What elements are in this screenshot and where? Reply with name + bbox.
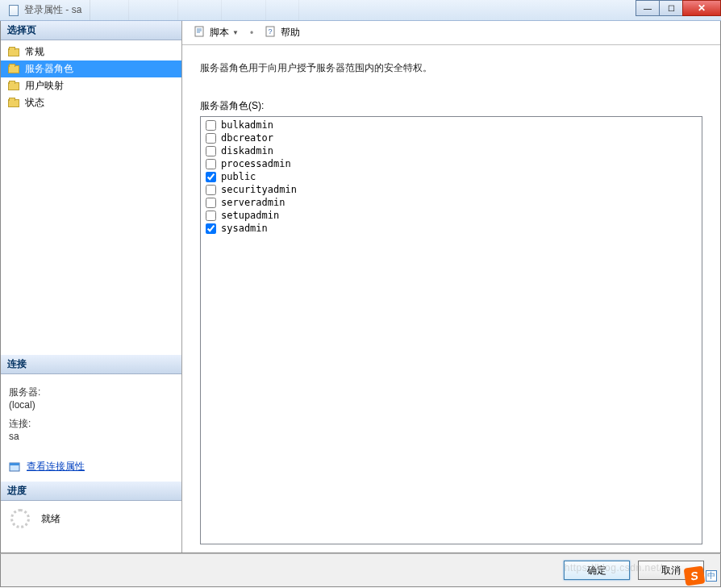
role-row[interactable]: sysadmin: [202, 222, 700, 235]
sidebar-page-item[interactable]: 服务器角色: [1, 60, 181, 77]
role-name: setupadmin: [221, 210, 279, 221]
role-name: public: [221, 171, 256, 182]
progress-block: 就绪: [1, 501, 181, 536]
role-name: dbcreator: [221, 132, 273, 144]
role-row[interactable]: serveradmin: [202, 196, 700, 209]
help-button[interactable]: ? 帮助: [261, 23, 303, 42]
progress-status: 就绪: [41, 512, 60, 526]
page-label: 用户映射: [25, 79, 64, 93]
role-checkbox[interactable]: [206, 211, 216, 221]
connection-info: 服务器: (local) 连接: sa 查看连接属性: [1, 374, 181, 482]
window-title: 登录属性 - sa: [24, 3, 81, 17]
maximize-button[interactable]: ☐: [659, 0, 683, 16]
role-checkbox[interactable]: [206, 198, 216, 208]
role-name: bulkadmin: [221, 119, 273, 131]
dialog-window: 登录属性 - sa — ☐ ✕ 选择页 常规服务器角色用户映射状态 连接: [0, 0, 721, 588]
page-label: 常规: [25, 45, 44, 59]
description-text: 服务器角色用于向用户授予服务器范围内的安全特权。: [200, 61, 702, 75]
script-button[interactable]: 脚本 ▼: [190, 23, 242, 42]
server-value: (local): [9, 399, 173, 411]
role-name: diskadmin: [221, 145, 273, 156]
page-label: 状态: [25, 96, 44, 110]
role-checkbox[interactable]: [206, 159, 216, 169]
background-tab: [178, 0, 222, 20]
role-row[interactable]: setupadmin: [202, 209, 700, 222]
role-row[interactable]: bulkadmin: [202, 119, 700, 131]
ime-indicator: S 中: [685, 567, 717, 585]
page-label: 服务器角色: [25, 62, 73, 76]
sidebar-spacer: [1, 115, 181, 355]
help-label: 帮助: [281, 26, 300, 40]
sidebar-page-item[interactable]: 状态: [1, 94, 181, 111]
background-tab: [90, 0, 129, 20]
roles-label: 服务器角色(S):: [200, 99, 702, 113]
role-row[interactable]: public: [202, 170, 700, 183]
role-row[interactable]: dbcreator: [202, 131, 700, 144]
progress-spinner-icon: [10, 509, 30, 528]
page-icon: [7, 98, 20, 109]
window-controls: — ☐ ✕: [636, 0, 721, 16]
background-tab: [222, 0, 265, 20]
ime-lang-icon[interactable]: 中: [706, 570, 717, 582]
chevron-down-icon: ▼: [232, 29, 239, 36]
dialog-body: 选择页 常规服务器角色用户映射状态 连接 服务器: (local) 连接: sa…: [0, 21, 721, 553]
background-tab: [266, 0, 299, 20]
window-title-segment: 登录属性 - sa: [0, 0, 90, 20]
main-panel: 脚本 ▼ • ? 帮助 服务器角色用于向用户授予服务器范围内的安全特权。 服务器…: [182, 21, 720, 553]
page-icon: [7, 81, 20, 92]
titlebar: 登录属性 - sa — ☐ ✕: [0, 0, 721, 21]
page-list: 常规服务器角色用户映射状态: [1, 40, 181, 115]
dialog-footer: 确定 取消 https://blog.csdn.net/... S 中: [0, 553, 721, 587]
role-checkbox[interactable]: [206, 146, 216, 156]
role-checkbox[interactable]: [206, 223, 216, 234]
role-name: processadmin: [221, 158, 291, 169]
view-connection-props-label: 查看连接属性: [27, 460, 85, 473]
connection-value: sa: [9, 431, 173, 442]
role-checkbox[interactable]: [206, 120, 216, 131]
role-checkbox[interactable]: [206, 133, 216, 144]
server-label: 服务器:: [9, 386, 173, 399]
sidebar: 选择页 常规服务器角色用户映射状态 连接 服务器: (local) 连接: sa…: [1, 21, 182, 553]
background-tab: [129, 0, 178, 20]
role-row[interactable]: diskadmin: [202, 144, 700, 157]
connection-header: 连接: [1, 355, 181, 374]
sogou-ime-icon[interactable]: S: [684, 565, 706, 586]
script-label: 脚本: [210, 26, 229, 40]
role-row[interactable]: securityadmin: [202, 183, 700, 196]
role-name: serveradmin: [221, 197, 285, 208]
role-name: sysadmin: [221, 223, 268, 234]
sidebar-page-item[interactable]: 常规: [1, 44, 181, 60]
role-row[interactable]: processadmin: [202, 157, 700, 170]
role-checkbox[interactable]: [206, 185, 216, 195]
toolbar-separator: •: [247, 27, 256, 39]
page-icon: [7, 64, 20, 75]
server-roles-listbox[interactable]: bulkadmindbcreatordiskadminprocessadminp…: [200, 116, 702, 544]
script-icon: [194, 25, 206, 40]
close-button[interactable]: ✕: [682, 0, 721, 16]
page-icon: [7, 47, 20, 58]
properties-icon: [9, 461, 22, 473]
app-icon: [8, 5, 19, 16]
ok-button[interactable]: 确定: [564, 561, 630, 580]
minimize-button[interactable]: —: [636, 0, 660, 16]
svg-rect-2: [195, 27, 203, 36]
content-area: 服务器角色用于向用户授予服务器范围内的安全特权。 服务器角色(S): bulka…: [182, 45, 720, 553]
toolbar: 脚本 ▼ • ? 帮助: [182, 21, 720, 45]
svg-rect-1: [10, 463, 19, 465]
sidebar-page-item[interactable]: 用户映射: [1, 77, 181, 94]
connection-label: 连接:: [9, 417, 173, 431]
help-icon: ?: [265, 25, 277, 40]
select-page-header: 选择页: [1, 21, 181, 40]
svg-text:?: ?: [269, 27, 273, 35]
view-connection-props-link[interactable]: 查看连接属性: [9, 457, 85, 477]
role-checkbox[interactable]: [206, 172, 216, 182]
role-name: securityadmin: [221, 184, 297, 195]
progress-header: 进度: [1, 482, 181, 501]
